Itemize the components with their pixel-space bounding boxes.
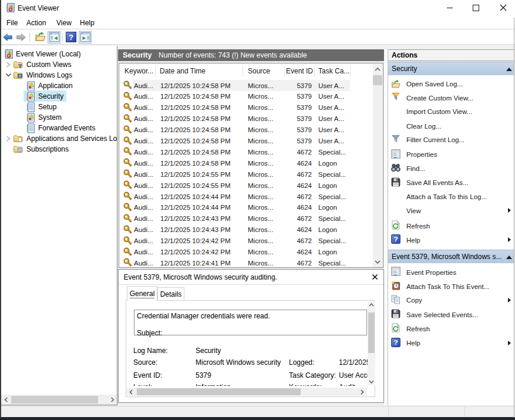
- svg-text:?: ?: [393, 338, 398, 346]
- svg-text:?: ?: [69, 33, 73, 42]
- svg-text:?: ?: [393, 235, 398, 243]
